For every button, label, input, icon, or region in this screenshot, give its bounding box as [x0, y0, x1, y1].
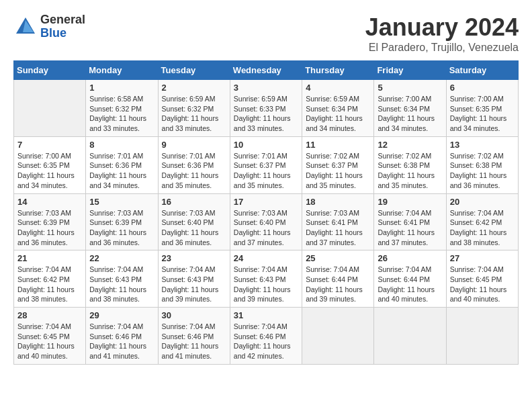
day-cell — [302, 308, 374, 365]
logo-text: General Blue — [40, 13, 85, 40]
day-cell — [14, 80, 86, 137]
day-number: 24 — [234, 253, 298, 263]
header-cell-wednesday: Wednesday — [230, 61, 302, 80]
day-info: Sunrise: 7:04 AM Sunset: 6:44 PM Dayligh… — [306, 265, 370, 304]
day-number: 26 — [378, 253, 442, 263]
day-number: 2 — [162, 83, 226, 93]
day-cell: 30Sunrise: 7:04 AM Sunset: 6:46 PM Dayli… — [158, 308, 230, 365]
day-cell: 1Sunrise: 6:58 AM Sunset: 6:32 PM Daylig… — [86, 80, 158, 137]
day-info: Sunrise: 7:04 AM Sunset: 6:43 PM Dayligh… — [234, 265, 298, 304]
day-cell: 14Sunrise: 7:03 AM Sunset: 6:39 PM Dayli… — [14, 193, 86, 250]
day-info: Sunrise: 7:04 AM Sunset: 6:46 PM Dayligh… — [234, 322, 298, 361]
day-info: Sunrise: 7:04 AM Sunset: 6:41 PM Dayligh… — [378, 208, 442, 248]
day-number: 5 — [378, 83, 442, 93]
day-cell: 18Sunrise: 7:03 AM Sunset: 6:41 PM Dayli… — [302, 193, 374, 250]
day-number: 20 — [450, 197, 515, 207]
logo-blue: Blue — [40, 27, 85, 40]
day-number: 22 — [89, 253, 154, 263]
day-info: Sunrise: 7:03 AM Sunset: 6:40 PM Dayligh… — [162, 208, 226, 248]
day-info: Sunrise: 7:02 AM Sunset: 6:38 PM Dayligh… — [450, 151, 515, 191]
header-row: SundayMondayTuesdayWednesdayThursdayFrid… — [14, 61, 519, 80]
week-row-3: 14Sunrise: 7:03 AM Sunset: 6:39 PM Dayli… — [14, 193, 519, 250]
day-info: Sunrise: 7:03 AM Sunset: 6:40 PM Dayligh… — [234, 208, 298, 248]
day-number: 29 — [89, 310, 154, 320]
day-info: Sunrise: 7:00 AM Sunset: 6:34 PM Dayligh… — [378, 94, 442, 134]
day-cell: 13Sunrise: 7:02 AM Sunset: 6:38 PM Dayli… — [446, 136, 518, 193]
day-number: 23 — [162, 253, 226, 263]
day-number: 21 — [17, 253, 82, 263]
day-number: 17 — [234, 197, 298, 207]
day-number: 8 — [89, 140, 154, 150]
day-cell — [374, 308, 446, 365]
day-number: 16 — [162, 197, 226, 207]
day-cell: 19Sunrise: 7:04 AM Sunset: 6:41 PM Dayli… — [374, 193, 446, 250]
day-info: Sunrise: 7:02 AM Sunset: 6:37 PM Dayligh… — [306, 151, 370, 191]
day-info: Sunrise: 7:03 AM Sunset: 6:39 PM Dayligh… — [89, 208, 154, 248]
day-number: 31 — [234, 310, 298, 320]
day-cell: 26Sunrise: 7:04 AM Sunset: 6:44 PM Dayli… — [374, 250, 446, 308]
calendar-header: SundayMondayTuesdayWednesdayThursdayFrid… — [14, 61, 519, 80]
day-number: 3 — [234, 83, 298, 93]
day-cell: 9Sunrise: 7:01 AM Sunset: 6:36 PM Daylig… — [158, 136, 230, 193]
day-cell: 29Sunrise: 7:04 AM Sunset: 6:46 PM Dayli… — [86, 308, 158, 365]
day-info: Sunrise: 7:03 AM Sunset: 6:39 PM Dayligh… — [17, 208, 82, 248]
day-cell: 2Sunrise: 6:59 AM Sunset: 6:32 PM Daylig… — [158, 80, 230, 137]
day-number: 28 — [17, 310, 82, 320]
day-number: 25 — [306, 253, 370, 263]
day-info: Sunrise: 7:03 AM Sunset: 6:41 PM Dayligh… — [306, 208, 370, 248]
header-cell-monday: Monday — [86, 61, 158, 80]
calendar-table: SundayMondayTuesdayWednesdayThursdayFrid… — [13, 60, 519, 365]
day-cell: 31Sunrise: 7:04 AM Sunset: 6:46 PM Dayli… — [230, 308, 302, 365]
day-info: Sunrise: 6:59 AM Sunset: 6:33 PM Dayligh… — [234, 94, 298, 134]
day-info: Sunrise: 6:59 AM Sunset: 6:34 PM Dayligh… — [306, 94, 370, 134]
header-cell-thursday: Thursday — [302, 61, 374, 80]
header-cell-saturday: Saturday — [446, 61, 518, 80]
day-info: Sunrise: 7:02 AM Sunset: 6:38 PM Dayligh… — [378, 151, 442, 191]
day-number: 7 — [17, 140, 82, 150]
day-cell: 5Sunrise: 7:00 AM Sunset: 6:34 PM Daylig… — [374, 80, 446, 137]
header-cell-friday: Friday — [374, 61, 446, 80]
calendar-title: January 2024 — [365, 13, 519, 42]
day-cell: 27Sunrise: 7:04 AM Sunset: 6:45 PM Dayli… — [446, 250, 518, 308]
header-cell-sunday: Sunday — [14, 61, 86, 80]
day-number: 9 — [162, 140, 226, 150]
day-info: Sunrise: 7:04 AM Sunset: 6:46 PM Dayligh… — [162, 322, 226, 361]
day-cell: 15Sunrise: 7:03 AM Sunset: 6:39 PM Dayli… — [86, 193, 158, 250]
week-row-5: 28Sunrise: 7:04 AM Sunset: 6:45 PM Dayli… — [14, 308, 519, 365]
day-info: Sunrise: 7:04 AM Sunset: 6:45 PM Dayligh… — [450, 265, 515, 304]
week-row-1: 1Sunrise: 6:58 AM Sunset: 6:32 PM Daylig… — [14, 80, 519, 137]
day-cell: 11Sunrise: 7:02 AM Sunset: 6:37 PM Dayli… — [302, 136, 374, 193]
day-number: 10 — [234, 140, 298, 150]
day-cell: 24Sunrise: 7:04 AM Sunset: 6:43 PM Dayli… — [230, 250, 302, 308]
day-number: 27 — [450, 253, 515, 263]
day-cell: 12Sunrise: 7:02 AM Sunset: 6:38 PM Dayli… — [374, 136, 446, 193]
day-cell: 21Sunrise: 7:04 AM Sunset: 6:42 PM Dayli… — [14, 250, 86, 308]
calendar-subtitle: El Paradero, Trujillo, Venezuela — [365, 42, 519, 54]
day-info: Sunrise: 7:04 AM Sunset: 6:45 PM Dayligh… — [17, 322, 82, 361]
logo: General Blue — [13, 13, 85, 40]
day-number: 15 — [89, 197, 154, 207]
day-cell: 6Sunrise: 7:00 AM Sunset: 6:35 PM Daylig… — [446, 80, 518, 137]
title-area: January 2024 El Paradero, Trujillo, Vene… — [365, 13, 519, 54]
day-number: 30 — [162, 310, 226, 320]
week-row-4: 21Sunrise: 7:04 AM Sunset: 6:42 PM Dayli… — [14, 250, 519, 308]
day-cell: 3Sunrise: 6:59 AM Sunset: 6:33 PM Daylig… — [230, 80, 302, 137]
day-cell: 10Sunrise: 7:01 AM Sunset: 6:37 PM Dayli… — [230, 136, 302, 193]
day-number: 13 — [450, 140, 515, 150]
day-info: Sunrise: 7:04 AM Sunset: 6:44 PM Dayligh… — [378, 265, 442, 304]
day-cell: 7Sunrise: 7:00 AM Sunset: 6:35 PM Daylig… — [14, 136, 86, 193]
day-number: 1 — [89, 83, 154, 93]
week-row-2: 7Sunrise: 7:00 AM Sunset: 6:35 PM Daylig… — [14, 136, 519, 193]
day-info: Sunrise: 7:01 AM Sunset: 6:37 PM Dayligh… — [234, 151, 298, 191]
day-info: Sunrise: 7:04 AM Sunset: 6:46 PM Dayligh… — [89, 322, 154, 361]
day-number: 11 — [306, 140, 370, 150]
header: General Blue January 2024 El Paradero, T… — [13, 13, 519, 54]
day-number: 18 — [306, 197, 370, 207]
day-cell: 17Sunrise: 7:03 AM Sunset: 6:40 PM Dayli… — [230, 193, 302, 250]
day-info: Sunrise: 6:58 AM Sunset: 6:32 PM Dayligh… — [89, 94, 154, 134]
day-cell: 22Sunrise: 7:04 AM Sunset: 6:43 PM Dayli… — [86, 250, 158, 308]
day-info: Sunrise: 7:00 AM Sunset: 6:35 PM Dayligh… — [450, 94, 515, 134]
day-number: 14 — [17, 197, 82, 207]
day-info: Sunrise: 6:59 AM Sunset: 6:32 PM Dayligh… — [162, 94, 226, 134]
day-cell: 20Sunrise: 7:04 AM Sunset: 6:42 PM Dayli… — [446, 193, 518, 250]
